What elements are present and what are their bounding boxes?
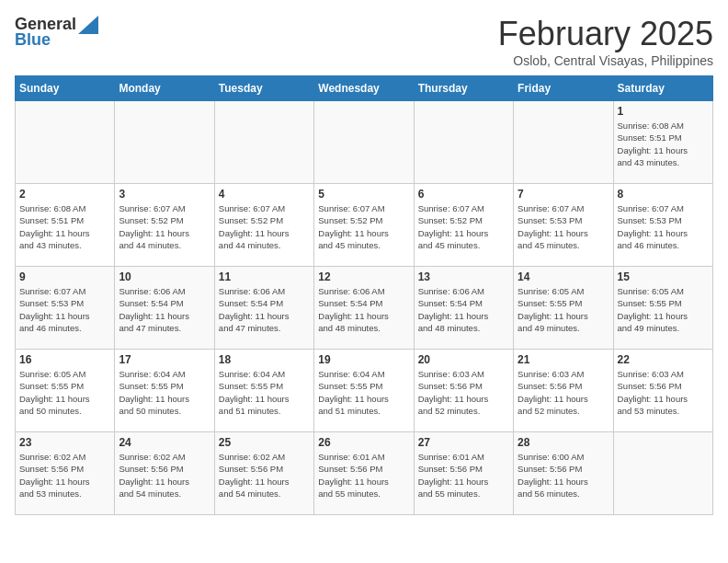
calendar-cell: 24Sunrise: 6:02 AM Sunset: 5:56 PM Dayli… bbox=[115, 432, 214, 515]
calendar-cell: 3Sunrise: 6:07 AM Sunset: 5:52 PM Daylig… bbox=[115, 184, 214, 267]
day-of-week-header: Thursday bbox=[414, 76, 513, 101]
calendar-cell: 8Sunrise: 6:07 AM Sunset: 5:53 PM Daylig… bbox=[613, 184, 712, 267]
day-info: Sunrise: 6:02 AM Sunset: 5:56 PM Dayligh… bbox=[119, 451, 210, 500]
day-number: 17 bbox=[119, 353, 210, 366]
calendar-cell: 7Sunrise: 6:07 AM Sunset: 5:53 PM Daylig… bbox=[514, 184, 613, 267]
title-block: February 2025 Oslob, Central Visayas, Ph… bbox=[498, 15, 713, 68]
day-info: Sunrise: 6:05 AM Sunset: 5:55 PM Dayligh… bbox=[618, 285, 709, 334]
calendar-cell: 5Sunrise: 6:07 AM Sunset: 5:52 PM Daylig… bbox=[314, 184, 414, 267]
calendar-cell: 22Sunrise: 6:03 AM Sunset: 5:56 PM Dayli… bbox=[613, 350, 712, 432]
day-number: 27 bbox=[418, 436, 509, 449]
day-info: Sunrise: 6:01 AM Sunset: 5:56 PM Dayligh… bbox=[418, 451, 509, 500]
day-info: Sunrise: 6:02 AM Sunset: 5:56 PM Dayligh… bbox=[19, 451, 110, 500]
svg-marker-0 bbox=[78, 16, 98, 34]
calendar-cell: 15Sunrise: 6:05 AM Sunset: 5:55 PM Dayli… bbox=[613, 267, 712, 350]
day-info: Sunrise: 6:06 AM Sunset: 5:54 PM Dayligh… bbox=[418, 285, 509, 334]
day-info: Sunrise: 6:07 AM Sunset: 5:52 PM Dayligh… bbox=[418, 202, 509, 251]
day-of-week-header: Saturday bbox=[613, 76, 712, 101]
month-title: February 2025 bbox=[498, 15, 713, 53]
day-number: 12 bbox=[318, 270, 409, 283]
day-info: Sunrise: 6:03 AM Sunset: 5:56 PM Dayligh… bbox=[518, 368, 609, 417]
day-number: 5 bbox=[318, 188, 409, 201]
calendar-cell: 2Sunrise: 6:08 AM Sunset: 5:51 PM Daylig… bbox=[16, 184, 115, 267]
day-of-week-header: Sunday bbox=[16, 76, 115, 101]
calendar-cell: 1Sunrise: 6:08 AM Sunset: 5:51 PM Daylig… bbox=[613, 101, 712, 184]
day-number: 15 bbox=[618, 270, 709, 283]
logo-icon bbox=[78, 16, 98, 34]
location: Oslob, Central Visayas, Philippines bbox=[498, 53, 713, 68]
day-info: Sunrise: 6:07 AM Sunset: 5:53 PM Dayligh… bbox=[518, 202, 609, 251]
calendar-table: SundayMondayTuesdayWednesdayThursdayFrid… bbox=[15, 75, 713, 515]
calendar-week-row: 9Sunrise: 6:07 AM Sunset: 5:53 PM Daylig… bbox=[16, 267, 713, 350]
day-of-week-header: Friday bbox=[514, 76, 613, 101]
logo-blue: Blue bbox=[15, 30, 51, 50]
day-info: Sunrise: 6:05 AM Sunset: 5:55 PM Dayligh… bbox=[19, 368, 110, 417]
day-number: 7 bbox=[518, 188, 609, 201]
calendar-cell bbox=[16, 101, 115, 184]
day-info: Sunrise: 6:06 AM Sunset: 5:54 PM Dayligh… bbox=[219, 285, 310, 334]
calendar-cell: 20Sunrise: 6:03 AM Sunset: 5:56 PM Dayli… bbox=[414, 350, 513, 432]
calendar-cell: 19Sunrise: 6:04 AM Sunset: 5:55 PM Dayli… bbox=[314, 350, 414, 432]
page-header: General Blue February 2025 Oslob, Centra… bbox=[15, 15, 713, 68]
calendar-cell: 12Sunrise: 6:06 AM Sunset: 5:54 PM Dayli… bbox=[314, 267, 414, 350]
calendar-cell: 13Sunrise: 6:06 AM Sunset: 5:54 PM Dayli… bbox=[414, 267, 513, 350]
day-number: 24 bbox=[119, 436, 210, 449]
calendar-cell bbox=[214, 101, 313, 184]
day-number: 1 bbox=[618, 105, 709, 118]
day-info: Sunrise: 6:02 AM Sunset: 5:56 PM Dayligh… bbox=[219, 451, 310, 500]
day-info: Sunrise: 6:04 AM Sunset: 5:55 PM Dayligh… bbox=[318, 368, 409, 417]
day-number: 21 bbox=[518, 353, 609, 366]
day-info: Sunrise: 6:03 AM Sunset: 5:56 PM Dayligh… bbox=[618, 368, 709, 417]
calendar-week-row: 23Sunrise: 6:02 AM Sunset: 5:56 PM Dayli… bbox=[16, 432, 713, 515]
day-info: Sunrise: 6:07 AM Sunset: 5:52 PM Dayligh… bbox=[318, 202, 409, 251]
day-number: 8 bbox=[618, 188, 709, 201]
calendar-week-row: 1Sunrise: 6:08 AM Sunset: 5:51 PM Daylig… bbox=[16, 101, 713, 184]
day-number: 19 bbox=[318, 353, 409, 366]
calendar-cell: 6Sunrise: 6:07 AM Sunset: 5:52 PM Daylig… bbox=[414, 184, 513, 267]
day-number: 14 bbox=[518, 270, 609, 283]
day-number: 28 bbox=[518, 436, 609, 449]
day-number: 9 bbox=[19, 270, 110, 283]
day-info: Sunrise: 6:07 AM Sunset: 5:52 PM Dayligh… bbox=[119, 202, 210, 251]
calendar-cell: 11Sunrise: 6:06 AM Sunset: 5:54 PM Dayli… bbox=[214, 267, 313, 350]
day-number: 11 bbox=[219, 270, 310, 283]
day-info: Sunrise: 6:08 AM Sunset: 5:51 PM Dayligh… bbox=[19, 202, 110, 251]
logo: General Blue bbox=[15, 15, 98, 50]
calendar-week-row: 16Sunrise: 6:05 AM Sunset: 5:55 PM Dayli… bbox=[16, 350, 713, 432]
day-number: 18 bbox=[219, 353, 310, 366]
day-info: Sunrise: 6:06 AM Sunset: 5:54 PM Dayligh… bbox=[318, 285, 409, 334]
day-number: 16 bbox=[19, 353, 110, 366]
calendar-week-row: 2Sunrise: 6:08 AM Sunset: 5:51 PM Daylig… bbox=[16, 184, 713, 267]
calendar-cell: 27Sunrise: 6:01 AM Sunset: 5:56 PM Dayli… bbox=[414, 432, 513, 515]
calendar-cell: 16Sunrise: 6:05 AM Sunset: 5:55 PM Dayli… bbox=[16, 350, 115, 432]
day-number: 4 bbox=[219, 188, 310, 201]
day-info: Sunrise: 6:04 AM Sunset: 5:55 PM Dayligh… bbox=[219, 368, 310, 417]
calendar-cell: 4Sunrise: 6:07 AM Sunset: 5:52 PM Daylig… bbox=[214, 184, 313, 267]
day-info: Sunrise: 6:07 AM Sunset: 5:53 PM Dayligh… bbox=[618, 202, 709, 251]
day-number: 10 bbox=[119, 270, 210, 283]
calendar-cell bbox=[613, 432, 712, 515]
day-of-week-header: Wednesday bbox=[314, 76, 414, 101]
day-of-week-header: Tuesday bbox=[214, 76, 313, 101]
calendar-cell: 10Sunrise: 6:06 AM Sunset: 5:54 PM Dayli… bbox=[115, 267, 214, 350]
day-info: Sunrise: 6:07 AM Sunset: 5:52 PM Dayligh… bbox=[219, 202, 310, 251]
day-number: 23 bbox=[19, 436, 110, 449]
day-info: Sunrise: 6:08 AM Sunset: 5:51 PM Dayligh… bbox=[618, 120, 709, 168]
calendar-cell: 23Sunrise: 6:02 AM Sunset: 5:56 PM Dayli… bbox=[16, 432, 115, 515]
day-of-week-header: Monday bbox=[115, 76, 214, 101]
calendar-cell: 26Sunrise: 6:01 AM Sunset: 5:56 PM Dayli… bbox=[314, 432, 414, 515]
day-number: 13 bbox=[418, 270, 509, 283]
calendar-header-row: SundayMondayTuesdayWednesdayThursdayFrid… bbox=[16, 76, 713, 101]
day-info: Sunrise: 6:07 AM Sunset: 5:53 PM Dayligh… bbox=[19, 285, 110, 334]
day-info: Sunrise: 6:01 AM Sunset: 5:56 PM Dayligh… bbox=[318, 451, 409, 500]
day-number: 2 bbox=[19, 188, 110, 201]
calendar-cell: 17Sunrise: 6:04 AM Sunset: 5:55 PM Dayli… bbox=[115, 350, 214, 432]
calendar-cell bbox=[314, 101, 414, 184]
day-number: 20 bbox=[418, 353, 509, 366]
day-info: Sunrise: 6:00 AM Sunset: 5:56 PM Dayligh… bbox=[518, 451, 609, 500]
day-number: 3 bbox=[119, 188, 210, 201]
day-number: 25 bbox=[219, 436, 310, 449]
day-number: 6 bbox=[418, 188, 509, 201]
calendar-cell bbox=[514, 101, 613, 184]
day-info: Sunrise: 6:05 AM Sunset: 5:55 PM Dayligh… bbox=[518, 285, 609, 334]
